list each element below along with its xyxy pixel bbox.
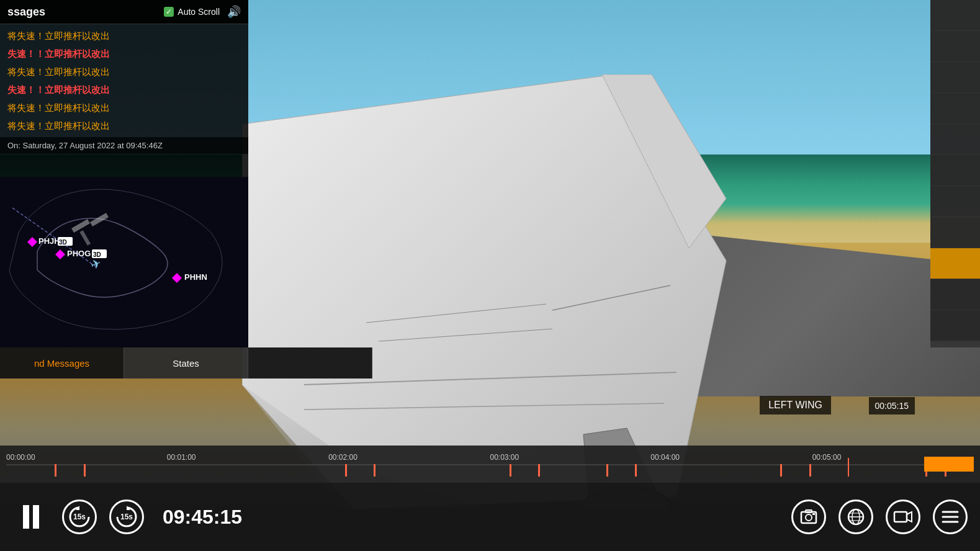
- svg-rect-37: [894, 512, 907, 522]
- message-list: 将失速！立即推杆以改出 失速！！立即推杆以改出 将失速！立即推杆以改出 失速！！…: [0, 24, 248, 137]
- map-svg: PHJH 3D PHOG 3D PHHN ✈: [0, 177, 248, 347]
- event-marker: [538, 464, 540, 477]
- tab-states-label: States: [173, 358, 199, 369]
- event-marker: [510, 464, 511, 477]
- camera-button[interactable]: [886, 499, 920, 534]
- event-marker: [84, 464, 86, 477]
- forward-label: 15s: [120, 513, 133, 521]
- bottom-tabs: nd Messages States: [0, 347, 372, 379]
- list-item: 将失速！立即推杆以改出: [0, 117, 248, 135]
- event-marker: [809, 464, 811, 477]
- time-label-3: 00:03:00: [490, 453, 519, 462]
- timeline[interactable]: 00:00:00 00:01:00 00:02:00 00:03:00 00:0…: [0, 446, 980, 483]
- event-marker: [345, 464, 347, 477]
- screenshot-button[interactable]: [791, 499, 826, 534]
- messages-title: ssages: [7, 6, 164, 19]
- svg-text:PHJH: PHJH: [38, 236, 60, 246]
- auto-scroll-check: ✓: [164, 7, 174, 17]
- sidebar-slot-3[interactable]: [930, 62, 980, 93]
- pause-button[interactable]: [12, 498, 50, 535]
- forward-button[interactable]: 15s: [109, 499, 144, 534]
- time-display: 09:45:15: [163, 506, 242, 529]
- timeline-line: [6, 464, 974, 465]
- camera-time: 00:05:15: [869, 397, 915, 414]
- sidebar-slot-8[interactable]: [930, 217, 980, 248]
- time-label-1: 00:01:00: [167, 453, 196, 462]
- playhead[interactable]: [848, 458, 849, 477]
- list-item: 将失速！立即推杆以改出: [0, 99, 248, 117]
- sidebar-slot-1[interactable]: [930, 0, 980, 31]
- event-marker: [55, 464, 56, 477]
- tab-extra[interactable]: [248, 347, 372, 379]
- sidebar-slot-2[interactable]: [930, 31, 980, 62]
- time-label-5: 00:05:00: [812, 453, 842, 462]
- right-controls: [791, 499, 968, 534]
- rewind-label: 15s: [73, 513, 86, 521]
- list-item: 将失速！立即推杆以改出: [0, 27, 248, 45]
- svg-rect-31: [812, 513, 815, 515]
- left-panel: ssages ✓ Auto Scroll 🔊 将失速！立即推杆以改出 失速！！立…: [0, 0, 248, 347]
- time-label-2: 00:02:00: [328, 453, 357, 462]
- list-item: 失速！！立即推杆以改出: [0, 45, 248, 63]
- screenshot-icon: [800, 508, 817, 526]
- camera-time-text: 00:05:15: [875, 401, 909, 411]
- auto-scroll-button[interactable]: ✓ Auto Scroll: [164, 7, 220, 17]
- wing-svg: [242, 74, 801, 509]
- globe-icon: [847, 508, 865, 526]
- rewind-button[interactable]: 15s: [62, 499, 97, 534]
- auto-scroll-label: Auto Scroll: [178, 7, 220, 17]
- map-section: ane ages: 0 Time: 00:05 PHJH 3D PHOG 3D: [0, 177, 248, 347]
- sidebar-slot-5[interactable]: [930, 124, 980, 155]
- right-sidebar: [930, 0, 980, 347]
- event-marker: [606, 464, 608, 477]
- pause-icon: [23, 505, 39, 529]
- sidebar-slot-10[interactable]: [930, 310, 980, 341]
- svg-text:3D: 3D: [59, 239, 67, 246]
- camera-video-icon: [893, 508, 913, 526]
- sidebar-slot-6[interactable]: [930, 155, 980, 186]
- timeline-track[interactable]: 00:00:00 00:01:00 00:02:00 00:03:00 00:0…: [6, 452, 974, 477]
- sidebar-slot-active[interactable]: [930, 248, 980, 279]
- camera-label-text: LEFT WING: [768, 400, 822, 410]
- timestamp: On: Saturday, 27 August 2022 at 09:45:46…: [0, 137, 248, 154]
- event-marker: [635, 464, 637, 477]
- event-marker: [374, 464, 375, 477]
- playback-controls: 15s 15s 09:45:15: [0, 483, 980, 551]
- svg-point-29: [806, 514, 812, 521]
- svg-text:PHHN: PHHN: [184, 272, 207, 282]
- time-label-0: 00:00:00: [6, 453, 35, 462]
- messages-header: ssages ✓ Auto Scroll 🔊: [0, 0, 248, 24]
- camera-label: LEFT WING: [760, 396, 831, 414]
- sidebar-slot-9[interactable]: [930, 279, 980, 310]
- tab-messages-label: nd Messages: [34, 358, 89, 369]
- sidebar-slot-7[interactable]: [930, 186, 980, 217]
- menu-button[interactable]: [933, 499, 968, 534]
- svg-text:PHOG: PHOG: [67, 249, 91, 258]
- time-label-4: 00:04:00: [650, 453, 680, 462]
- list-item: 将失速！立即推杆以改出: [0, 63, 248, 81]
- tab-messages[interactable]: nd Messages: [0, 347, 124, 379]
- globe-button[interactable]: [838, 499, 873, 534]
- event-marker: [780, 464, 782, 477]
- sidebar-slot-4[interactable]: [930, 93, 980, 124]
- tab-states[interactable]: States: [124, 347, 248, 379]
- volume-icon[interactable]: 🔊: [227, 5, 241, 19]
- list-item: 失速！！立即推杆以改出: [0, 81, 248, 99]
- timeline-active-block: [924, 457, 974, 472]
- menu-icon: [942, 510, 959, 524]
